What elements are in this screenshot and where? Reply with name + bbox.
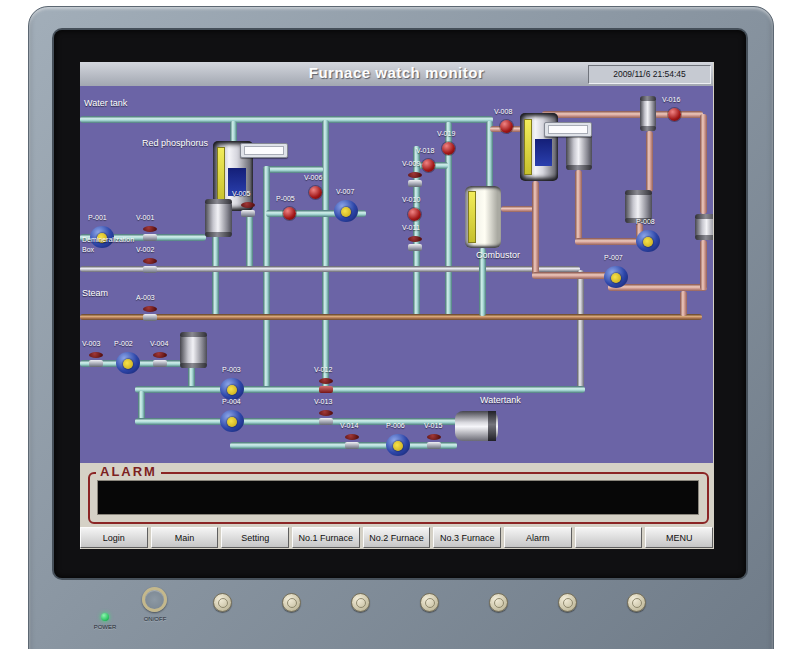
valve-device: [283, 207, 296, 220]
diagram-label: V-003: [82, 340, 100, 347]
pipe: [577, 270, 584, 393]
menu-bar: LoginMainSettingNo.1 FurnaceNo.2 Furnace…: [80, 527, 713, 548]
function-button-7[interactable]: [627, 593, 646, 612]
pump-device: [386, 434, 410, 456]
diagram-label: Watertank: [480, 395, 521, 405]
pipe: [501, 206, 535, 212]
valve-device: [142, 258, 158, 273]
function-button-6[interactable]: [558, 593, 577, 612]
menu-button-no-1-furnace[interactable]: No.1 Furnace: [292, 527, 360, 548]
function-button-5[interactable]: [489, 593, 508, 612]
pipe: [532, 181, 539, 276]
vessel-combustor: [465, 186, 501, 248]
diagram-label: P-003: [222, 366, 241, 373]
valve-device: [344, 434, 360, 449]
pipe: [700, 114, 707, 214]
menu-button-no-3-furnace[interactable]: No.3 Furnace: [433, 527, 501, 548]
pipe: [230, 121, 237, 143]
power-led-icon: [101, 613, 109, 621]
level-display: [544, 122, 592, 137]
valve-device: [318, 410, 334, 425]
pipe: [263, 166, 323, 173]
diagram-label: V-006: [304, 174, 322, 181]
menu-button-blank-7[interactable]: [575, 527, 643, 548]
valve-device: [142, 306, 158, 321]
valve-device: [152, 352, 168, 367]
page: Furnace watch monitor 2009/11/6 21:54:45…: [0, 0, 800, 649]
pipe: [322, 120, 329, 393]
diagram-label: P-004: [222, 398, 241, 405]
lcd-on-off-button[interactable]: [142, 587, 167, 612]
menu-button-menu[interactable]: MENU: [645, 527, 713, 548]
pipe: [135, 418, 457, 425]
pipe: [532, 272, 608, 279]
diagram-label: P-006: [386, 422, 405, 429]
pipe: [700, 240, 707, 290]
pipe: [135, 386, 585, 393]
clock: 2009/11/6 21:54:45: [588, 65, 711, 84]
pump-device: [220, 378, 244, 400]
pump-device: [636, 230, 660, 252]
alarm-border: [88, 472, 709, 524]
diagram-label: V-012: [314, 366, 332, 373]
pump-device: [116, 352, 140, 374]
diagram-label: V-011: [402, 224, 420, 231]
diagram-label: P-008: [636, 218, 655, 225]
vessel-tankv: [695, 214, 713, 240]
diagram-label: V-014: [340, 422, 358, 429]
valve-device: [422, 159, 435, 172]
valve-device: [142, 226, 158, 241]
diagram-label: V-018: [416, 147, 434, 154]
diagram-label: P-007: [604, 254, 623, 261]
diagram-label: Steam: [82, 288, 108, 298]
diagram-label: P-002: [114, 340, 133, 347]
valve-device: [318, 378, 334, 393]
valve-device: [442, 142, 455, 155]
valve-device: [309, 186, 322, 199]
diagram-label: V-004: [150, 340, 168, 347]
menu-button-no-2-furnace[interactable]: No.2 Furnace: [363, 527, 431, 548]
diagram-label: Combustor: [476, 250, 520, 260]
pipe: [263, 166, 270, 388]
diagram-label: V-016: [662, 96, 680, 103]
title-bar: Furnace watch monitor 2009/11/6 21:54:45: [80, 62, 713, 87]
menu-button-alarm[interactable]: Alarm: [504, 527, 572, 548]
pipe: [646, 131, 653, 192]
valve-device: [500, 120, 513, 133]
pipe: [80, 314, 702, 320]
pipe: [80, 116, 493, 123]
vessel-tankv: [640, 96, 656, 131]
vessel-tankh: [455, 411, 498, 441]
level-display: [240, 143, 288, 158]
diagram-label: V-015: [424, 422, 442, 429]
diagram-label: Demineralization: [82, 236, 134, 243]
valve-device: [408, 208, 421, 221]
pump-device: [334, 200, 358, 222]
pipe: [680, 291, 687, 316]
diagram-label: P-001: [88, 214, 107, 221]
valve-device: [668, 108, 681, 121]
diagram-label: P-005: [276, 195, 295, 202]
diagram-label: V-009: [402, 160, 420, 167]
diagram-label: Box: [82, 246, 94, 253]
diagram-label: V-007: [336, 188, 354, 195]
power-label: POWER: [83, 624, 127, 630]
pump-device: [220, 410, 244, 432]
menu-button-main[interactable]: Main: [151, 527, 219, 548]
pump-device: [604, 266, 628, 288]
function-button-1[interactable]: [213, 593, 232, 612]
diagram-label: Red phosphorus: [142, 138, 208, 148]
function-button-3[interactable]: [351, 593, 370, 612]
menu-button-setting[interactable]: Setting: [221, 527, 289, 548]
vessel-tankv: [180, 332, 207, 368]
function-button-4[interactable]: [420, 593, 439, 612]
menu-button-login[interactable]: Login: [80, 527, 148, 548]
pipe: [138, 391, 145, 421]
function-button-2[interactable]: [282, 593, 301, 612]
diagram-label: V-005: [232, 190, 250, 197]
valve-device: [240, 202, 256, 217]
diagram-label: V-002: [136, 246, 154, 253]
valve-device: [426, 434, 442, 449]
pipe: [575, 170, 582, 240]
scada-canvas: Water tankRed phosphorusDemineralization…: [80, 86, 713, 463]
